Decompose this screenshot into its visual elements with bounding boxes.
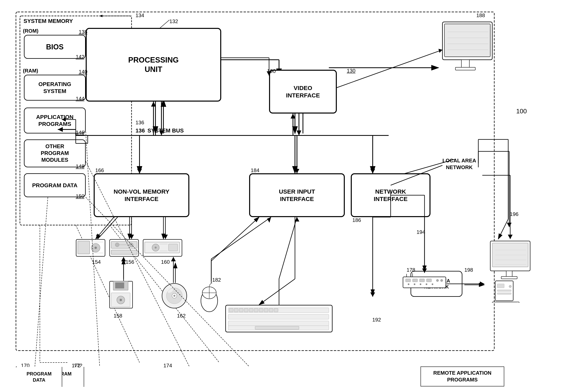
svg-rect-90 [229, 308, 233, 312]
ref-174: 174 [163, 363, 172, 369]
svg-rect-65 [169, 244, 178, 251]
svg-rect-94 [249, 308, 253, 312]
program-data-label: PROGRAM DATA [32, 182, 78, 189]
svg-rect-59 [111, 250, 137, 254]
bottom-program-data: PROGRAMDATA [16, 367, 62, 387]
ref-130: 130 [347, 68, 355, 74]
ref-158: 158 [114, 313, 122, 319]
system-bus-label: 136 [136, 127, 145, 134]
svg-marker-144 [295, 169, 299, 173]
ref-138: 138 [79, 29, 87, 35]
svg-rect-124 [497, 284, 504, 288]
network-interface-label: NETWORKINTERFACE [374, 188, 408, 203]
keyboard-176 [225, 305, 333, 333]
svg-marker-176 [163, 235, 168, 239]
svg-rect-117 [506, 271, 512, 277]
svg-rect-127 [497, 293, 511, 294]
svg-line-166 [211, 217, 271, 259]
svg-line-19 [96, 215, 116, 239]
svg-rect-97 [264, 308, 268, 312]
processing-unit-box: PROCESSINGUNIT [86, 28, 221, 102]
system-memory-title: SYSTEM MEMORY [22, 17, 74, 25]
svg-point-108 [408, 283, 409, 285]
svg-marker-142 [137, 169, 142, 173]
ref-194: 194 [416, 229, 425, 235]
svg-rect-128 [492, 302, 519, 303]
svg-point-125 [509, 285, 512, 288]
svg-rect-126 [497, 290, 511, 291]
svg-rect-45 [461, 60, 469, 68]
processing-unit-label: PROCESSINGUNIT [128, 55, 179, 74]
svg-point-60 [115, 243, 119, 247]
svg-point-109 [414, 283, 415, 285]
bottom-bar: OPERATINGSYSTEM APPLICATIONPROGRAMS OTHE… [16, 366, 17, 367]
ref-136: 136 [136, 120, 144, 126]
ref-144: 144 [76, 96, 84, 102]
ref-192: 192 [372, 317, 381, 323]
svg-rect-72 [115, 282, 124, 288]
ref-184: 184 [251, 167, 259, 173]
video-interface-label: VIDEOINTERFACE [286, 84, 320, 99]
svg-point-79 [173, 295, 175, 297]
svg-rect-87 [228, 314, 329, 319]
ref-188: 188 [476, 12, 485, 18]
svg-rect-52 [78, 241, 90, 254]
svg-line-25 [211, 217, 259, 261]
svg-rect-104 [420, 279, 425, 282]
cd-drive-162 [161, 283, 187, 309]
svg-rect-86 [228, 308, 329, 313]
svg-marker-180 [171, 257, 176, 261]
svg-line-185 [35, 197, 48, 366]
svg-rect-103 [413, 279, 417, 282]
svg-rect-88 [228, 321, 329, 326]
mouse-182 [199, 283, 219, 313]
tape-drive-156 [109, 239, 139, 257]
svg-marker-170 [295, 217, 299, 222]
floppy-disk-158 [109, 281, 133, 309]
svg-marker-172 [96, 235, 101, 239]
svg-point-61 [129, 243, 133, 247]
bios-label: BIOS [46, 42, 64, 51]
svg-marker-162 [508, 235, 512, 239]
rom-label: (ROM) [23, 28, 39, 34]
ref-160: 160 [161, 259, 170, 265]
non-vol-memory-box: NON-VOL MEMORYINTERFACE [94, 173, 189, 217]
svg-line-35 [498, 219, 508, 239]
svg-rect-95 [254, 308, 258, 312]
diagram: PROCESSINGUNIT VIDEOINTERFACE 136 SYSTEM… [0, 0, 569, 392]
application-programs-label: APPLICATIONPROGRAMS [36, 113, 73, 127]
svg-rect-44 [444, 24, 490, 57]
svg-marker-146 [370, 169, 375, 173]
ref-142: 142 [76, 54, 84, 60]
svg-marker-148 [291, 113, 295, 119]
ref-172b: 172 [72, 363, 80, 369]
hard-drive-154 [76, 239, 106, 257]
ref-190: 190 [267, 68, 276, 74]
svg-point-67 [155, 247, 157, 249]
system-bus-text: SYSTEM BUS [147, 127, 184, 134]
ref-100: 100 [516, 108, 527, 115]
local-area-network-label: LOCAL AREANETWORK [442, 157, 476, 171]
svg-rect-118 [501, 277, 517, 279]
monitor-top-right [441, 20, 496, 80]
ref-154: 154 [92, 259, 101, 265]
ram-label: (RAM) [23, 68, 38, 74]
svg-point-111 [426, 283, 427, 285]
svg-point-106 [436, 279, 439, 282]
bottom-remote-application-programs: REMOTE APPLICATIONPROGRAMS [421, 366, 504, 386]
svg-point-75 [120, 299, 122, 301]
ref-148: 148 [76, 163, 84, 169]
svg-marker-178 [121, 257, 126, 261]
ref-134: 134 [136, 12, 144, 18]
svg-rect-105 [427, 279, 431, 282]
other-program-modules-box: OTHERPROGRAMMODULES [24, 140, 86, 167]
ref-150: 150 [76, 193, 84, 199]
ref-140: 140 [79, 69, 87, 75]
svg-marker-164 [480, 281, 484, 286]
ref-156: 156 [126, 259, 134, 265]
svg-marker-150 [297, 130, 301, 135]
ref-178: 178 [407, 267, 415, 273]
svg-rect-93 [244, 308, 248, 312]
ref-198: 198 [464, 267, 473, 273]
router-178 [403, 273, 446, 289]
